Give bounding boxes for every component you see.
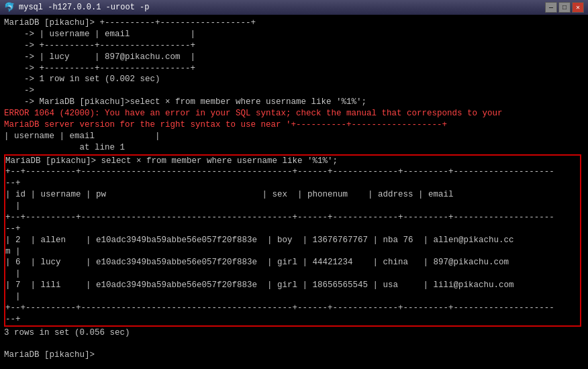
terminal-output: MariaDB [pikachu]> +----------+---------… — [4, 17, 584, 154]
terminal-content[interactable]: MariaDB [pikachu]> +----------+---------… — [0, 15, 588, 369]
maximize-button[interactable]: □ — [558, 2, 571, 13]
title-bar: 🐬 mysql -h127.0.0.1 -uroot -p — □ ✕ — [0, 0, 588, 15]
minimize-button[interactable]: — — [545, 2, 557, 13]
window-controls[interactable]: — □ ✕ — [545, 2, 584, 13]
highlighted-result-block: MariaDB [pikachu]> select × from member … — [4, 154, 581, 327]
close-button[interactable]: ✕ — [572, 2, 584, 13]
window-title: mysql -h127.0.0.1 -uroot -p — [19, 3, 149, 12]
terminal-icon: 🐬 — [4, 2, 15, 13]
terminal-window: 🐬 mysql -h127.0.0.1 -uroot -p — □ ✕ Mari… — [0, 0, 588, 369]
highlighted-result-text: MariaDB [pikachu]> select × from member … — [5, 156, 580, 325]
terminal-footer: 3 rows in set (0.056 sec) MariaDB [pikac… — [4, 327, 584, 362]
title-bar-left: 🐬 mysql -h127.0.0.1 -uroot -p — [4, 2, 149, 13]
